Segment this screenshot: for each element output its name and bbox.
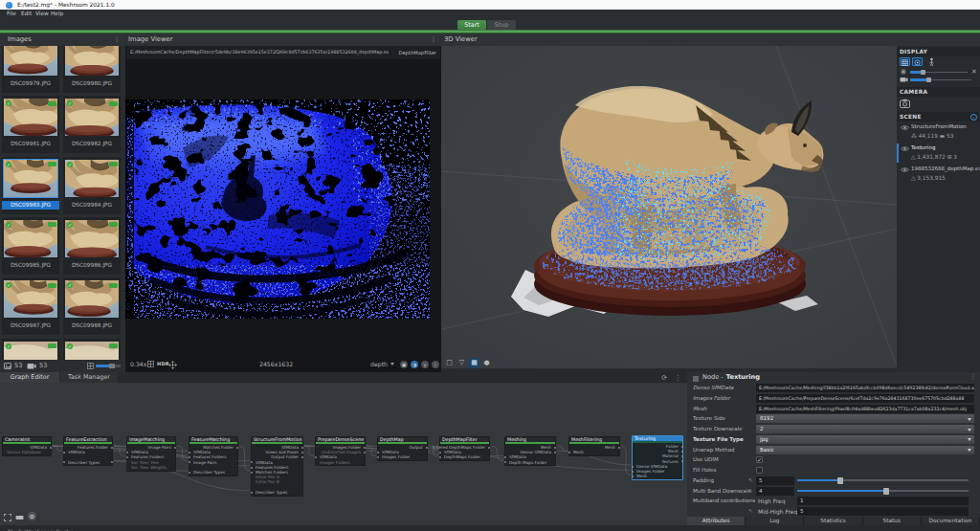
tab-statistics[interactable]: Statistics <box>804 517 862 525</box>
port-dot[interactable] <box>251 492 253 494</box>
port-dot[interactable] <box>189 452 190 454</box>
port-dot[interactable] <box>189 461 190 463</box>
hdr-toggle[interactable]: HDR <box>157 356 169 372</box>
crosshair-icon[interactable] <box>168 361 176 368</box>
attr-value-box[interactable]: 5 <box>756 476 794 485</box>
port-dot[interactable] <box>681 451 683 453</box>
tab-graph-editor[interactable]: Graph Editor <box>0 372 59 383</box>
stop-button[interactable]: Stop <box>487 20 516 30</box>
inspector-close-icon[interactable]: ✕ <box>971 68 978 76</box>
attr-value-field[interactable]: E:/MeshroomCache/Meshing/f38bb1a2f6165ab… <box>756 384 974 392</box>
graph-node-depthmap[interactable]: DepthMapOutputSfMDataImages Folder <box>377 436 428 461</box>
graph-node-camerainit[interactable]: CameraInitSfMDataSensor Database <box>2 436 52 456</box>
port-dot[interactable] <box>251 467 253 469</box>
port-dot[interactable] <box>632 466 634 468</box>
port-dot[interactable] <box>251 461 253 463</box>
image-viewer-menu-icon[interactable]: ⋮ <box>430 35 437 44</box>
fit-graph-icon[interactable] <box>4 507 11 525</box>
tab-log[interactable]: Log <box>746 517 804 525</box>
attr-slider-handle[interactable] <box>883 488 889 495</box>
graph-node-meshfiltering[interactable]: MeshFilteringMeshMesh <box>568 436 620 456</box>
wireframe-mode-button[interactable]: ▽ <box>457 358 467 368</box>
graph-node-depthmapfilter[interactable]: DepthMapFilterFiltered DepthMaps FolderS… <box>439 436 490 461</box>
thumbnail-partial-10[interactable]: ✓ <box>2 339 59 361</box>
graph-node-preparedensescene[interactable]: PrepareDenseSceneImages FolderUndistorte… <box>315 436 366 466</box>
attr-checkbox[interactable]: ✓ <box>756 456 763 463</box>
tab-task-manager[interactable]: Task Manager <box>60 372 118 383</box>
port-dot[interactable] <box>126 452 128 454</box>
start-button[interactable]: Start <box>457 20 486 30</box>
attr-value-field[interactable]: E:/MeshroomCache/MeshFiltering/f9aef8c04… <box>756 405 974 413</box>
graph-menu-icon[interactable]: ⋮ <box>675 373 681 383</box>
attr-slider[interactable] <box>797 490 969 492</box>
attr-combo[interactable]: 8192 <box>756 414 974 423</box>
graph-node-meshing[interactable]: MeshingMeshDense SfMDataSfMDataDepth Map… <box>504 436 556 466</box>
port-dot[interactable] <box>301 452 303 454</box>
port-dot[interactable] <box>63 452 65 454</box>
thumbnail-dsc09984[interactable]: ✓DSC09984.JPG <box>63 157 121 214</box>
attr-slider[interactable] <box>797 479 969 481</box>
port-dot[interactable] <box>63 461 65 463</box>
thumbnail-dsc09986[interactable]: ✓DSC09986.JPG <box>63 217 121 275</box>
gamma-icon[interactable]: γ <box>421 361 429 368</box>
port-dot[interactable] <box>632 476 634 477</box>
thumbnail-dsc09987[interactable]: ✓DSC09987.JPG <box>2 277 59 335</box>
tab-documentation[interactable]: Documentation <box>922 517 980 525</box>
spherical-mode-button[interactable]: ● <box>481 358 492 368</box>
port-dot[interactable] <box>568 452 570 454</box>
grid-toggle[interactable] <box>900 57 910 66</box>
depth-map-image[interactable] <box>125 59 441 358</box>
pixel-grid-icon[interactable] <box>147 361 154 367</box>
solid-mode-button[interactable]: □ <box>444 358 455 368</box>
camera-scale-slider[interactable] <box>910 79 971 81</box>
attr-combo[interactable]: jpg <box>756 435 974 444</box>
menu-view[interactable]: View <box>35 10 49 18</box>
viewer3d-viewport[interactable] <box>441 46 897 368</box>
port-dot[interactable] <box>681 460 683 462</box>
thumbnail-dsc09985[interactable]: ✓DSC09985.JPG <box>2 217 59 275</box>
snapshot-button[interactable] <box>900 99 910 108</box>
thumbnail-dsc09980[interactable]: ✓DSC09980.JPG <box>63 46 121 93</box>
port-dot[interactable] <box>251 472 253 474</box>
scene-item-1[interactable]: Texturing△ 1,431,872 ⊞ 3 <box>897 143 980 164</box>
locator-toggle[interactable] <box>927 57 936 67</box>
thumbnail-dsc09988[interactable]: ✓DSC09988.JPG <box>63 277 121 335</box>
attr-value-box[interactable]: 4 <box>756 487 794 496</box>
tab-status[interactable]: Status <box>863 517 922 525</box>
gain-icon[interactable]: ◑ <box>411 361 418 368</box>
port-dot[interactable] <box>504 456 506 458</box>
thumbnail-dsc09981[interactable]: ✓DSC09981.JPG <box>2 96 59 153</box>
attr-value-field[interactable]: E:/MeshroomCache/PrepareDenseScene/6cef7… <box>756 394 974 403</box>
port-dot[interactable] <box>439 452 441 454</box>
info-icon[interactable]: i <box>432 361 439 368</box>
channel-select[interactable]: depth <box>370 356 388 372</box>
port-dot[interactable] <box>50 447 52 449</box>
port-dot[interactable] <box>236 447 238 449</box>
attr-slider-handle[interactable] <box>837 477 843 484</box>
port-dot[interactable] <box>111 447 113 449</box>
visibility-eye-icon[interactable] <box>901 145 909 152</box>
port-dot[interactable] <box>364 447 366 449</box>
attr-checkbox[interactable] <box>756 467 763 474</box>
port-dot[interactable] <box>504 461 506 463</box>
visibility-eye-icon[interactable] <box>901 124 909 131</box>
node-panel-menu-icon[interactable]: ⋮ <box>969 372 976 383</box>
gizmo-toggle[interactable] <box>912 57 923 66</box>
port-dot[interactable] <box>554 452 556 454</box>
scene-item-2[interactable]: 1988532688_depthMap.exr△ 3,153,915 <box>897 164 980 185</box>
graph-node-structurefrommotion[interactable]: StructureFromMotionSfMDataViews and Pose… <box>251 436 303 497</box>
attr-subfield[interactable]: 5 <box>797 507 969 516</box>
port-dot[interactable] <box>439 456 441 458</box>
graph-editor-canvas[interactable]: CameraInitSfMDataSensor DatabaseFeatureE… <box>0 383 687 523</box>
port-dot[interactable] <box>488 447 490 449</box>
visibility-eye-icon[interactable] <box>901 166 909 173</box>
port-dot[interactable] <box>189 472 190 474</box>
attr-subfield[interactable]: 1 <box>797 497 969 505</box>
port-dot[interactable] <box>189 456 190 458</box>
port-dot[interactable] <box>618 447 620 449</box>
minimap-icon[interactable] <box>15 507 24 525</box>
menu-edit[interactable]: Edit <box>21 10 32 18</box>
output-icon[interactable]: ▣ <box>400 361 408 368</box>
menu-help[interactable]: Help <box>51 10 63 18</box>
port-dot[interactable] <box>554 447 556 449</box>
